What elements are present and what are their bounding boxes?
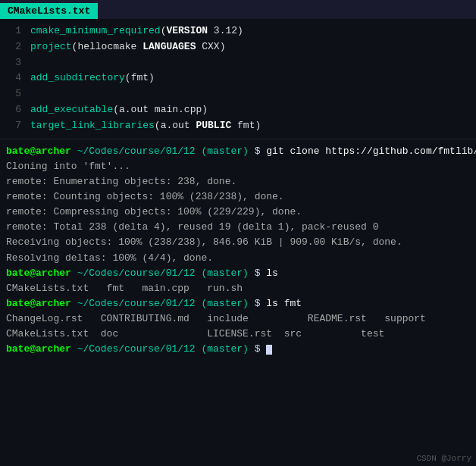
terminal-line: remote: Total 238 (delta 4), reused 19 (… (6, 220, 470, 235)
code-line: 5 (0, 86, 476, 102)
line-number: 1 (6, 23, 21, 39)
line-content: add_executable(a.out main.cpp) (30, 102, 208, 118)
terminal-line: bate@archer ~/Codes/course/01/12 (master… (6, 266, 470, 281)
terminal-line: CMakeLists.txt fmt main.cpp run.sh (6, 281, 470, 296)
line-content: project(hellocmake LANGUAGES CXX) (30, 39, 225, 55)
code-line: 6add_executable(a.out main.cpp) (0, 102, 476, 118)
tab-bar: CMakeLists.txt (0, 0, 476, 19)
line-number: 7 (6, 118, 21, 134)
line-number: 4 (6, 70, 21, 86)
terminal-line: remote: Compressing objects: 100% (229/2… (6, 205, 470, 220)
watermark: CSDN @Jorry (416, 454, 471, 463)
terminal-line: bate@archer ~/Codes/course/01/12 (master… (6, 342, 470, 357)
terminal-line: CMakeLists.txt doc LICENSE.rst src test (6, 327, 470, 342)
cursor-block (266, 345, 272, 355)
line-number: 6 (6, 102, 21, 118)
code-editor: 1cmake_minimum_required(VERSION 3.12)2pr… (0, 19, 476, 139)
line-number: 5 (6, 86, 21, 102)
code-line: 4add_subdirectory(fmt) (0, 70, 476, 86)
terminal-line: ChangeLog.rst CONTRIBUTING.md include RE… (6, 311, 470, 327)
line-number: 3 (6, 55, 21, 71)
terminal-line: remote: Counting objects: 100% (238/238)… (6, 189, 470, 205)
terminal: bate@archer ~/Codes/course/01/12 (master… (0, 139, 476, 362)
code-line: 3 (0, 55, 476, 71)
line-content: add_subdirectory(fmt) (30, 70, 155, 86)
line-content: target_link_libraries(a.out PUBLIC fmt) (30, 118, 261, 134)
terminal-line: Cloning into 'fmt'... (6, 159, 470, 174)
line-number: 2 (6, 39, 21, 55)
tab-cmakelists[interactable]: CMakeLists.txt (0, 3, 98, 19)
code-line: 1cmake_minimum_required(VERSION 3.12) (0, 23, 476, 39)
terminal-line: bate@archer ~/Codes/course/01/12 (master… (6, 296, 470, 311)
terminal-line: Resolving deltas: 100% (4/4), done. (6, 251, 470, 266)
line-content: cmake_minimum_required(VERSION 3.12) (30, 23, 243, 39)
terminal-line: bate@archer ~/Codes/course/01/12 (master… (6, 144, 470, 159)
code-line: 2project(hellocmake LANGUAGES CXX) (0, 39, 476, 55)
terminal-line: Receiving objects: 100% (238/238), 846.9… (6, 235, 470, 250)
code-line: 7target_link_libraries(a.out PUBLIC fmt) (0, 118, 476, 134)
terminal-line: remote: Enumerating objects: 238, done. (6, 174, 470, 189)
